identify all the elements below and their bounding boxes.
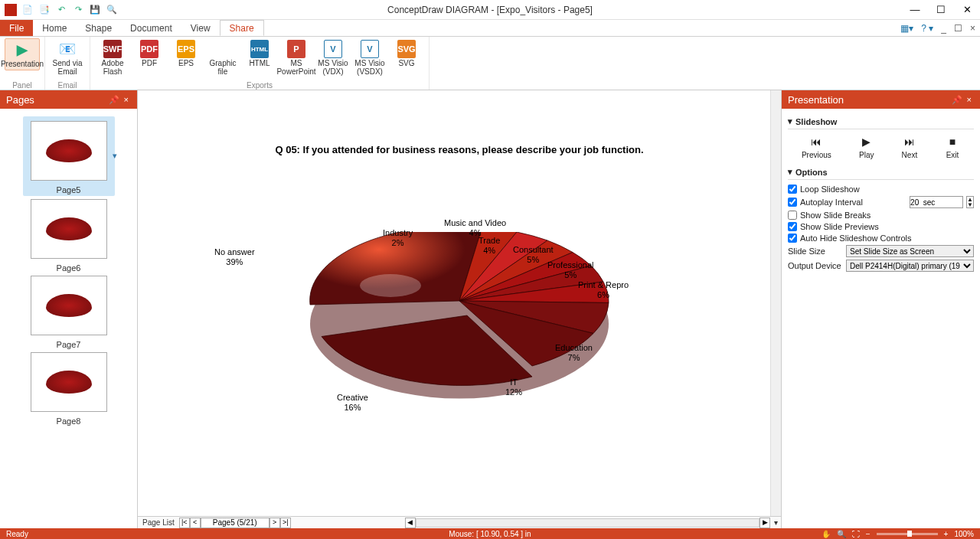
graphic-button[interactable]: 🖼Graphic file <box>205 38 240 77</box>
collapse-icon[interactable]: ▾ <box>788 116 792 126</box>
play-button[interactable]: ▶Play <box>859 134 874 159</box>
hscroll-left[interactable]: ◀ <box>405 518 416 528</box>
qat-preview-icon[interactable]: 🔍 <box>106 4 118 16</box>
output-device-select[interactable]: Dell P2414H(Digital) primary (19 <box>846 260 974 272</box>
qat-undo-icon[interactable]: ↶ <box>55 4 67 16</box>
previous-icon: ⏮ <box>808 134 824 149</box>
flash-button[interactable]: SWFAdobe Flash <box>95 38 130 77</box>
pie-label: Print & Repro6% <box>578 280 629 300</box>
breaks-checkbox[interactable] <box>788 211 797 220</box>
qat-save-icon[interactable]: 💾 <box>89 4 101 16</box>
page-last-button[interactable]: >| <box>280 518 291 528</box>
eps-button[interactable]: EPSEPS <box>168 38 204 77</box>
autoplay-value[interactable] <box>910 196 963 208</box>
vertical-scrollbar[interactable] <box>770 90 781 516</box>
pages-panel-title: Pages <box>6 94 34 106</box>
app-icon <box>5 4 17 16</box>
presentation-button[interactable]: ▶ Presentation <box>5 38 40 70</box>
page-current-input[interactable] <box>201 518 270 528</box>
tab-home[interactable]: Home <box>33 20 76 36</box>
pie-label: No answer39% <box>214 247 255 267</box>
html-button[interactable]: HTMLHTML <box>242 38 277 77</box>
svg-button[interactable]: SVGSVG <box>389 38 424 77</box>
pie-label: Education7% <box>555 343 593 363</box>
pie-label: Professional5% <box>547 260 594 280</box>
page-first-button[interactable]: |< <box>179 518 190 528</box>
ribbon-close-icon[interactable]: × <box>970 23 975 34</box>
ribbon-minimize-icon[interactable]: _ <box>941 23 946 34</box>
chevron-down-icon[interactable]: ▾ <box>113 151 117 161</box>
window-title: ConceptDraw DIAGRAM - [Expo_Visitors - P… <box>387 5 593 15</box>
pres-pin-icon[interactable]: 📌 <box>949 95 965 105</box>
group-panel-label: Panel <box>12 81 32 90</box>
zoom-value: 100% <box>954 530 974 538</box>
autohide-checkbox[interactable] <box>788 234 797 243</box>
tab-shape[interactable]: Shape <box>76 20 121 36</box>
spinner-icon[interactable]: ▲▼ <box>966 196 974 208</box>
ribbon-restore-icon[interactable]: ☐ <box>954 23 962 34</box>
send-email-button[interactable]: 📧 Send via Email <box>50 38 85 77</box>
tab-file[interactable]: File <box>0 20 33 36</box>
stop-icon: ■ <box>945 134 960 149</box>
maximize-button[interactable]: ☐ <box>928 1 954 19</box>
pie-label: Music and Video4% <box>444 218 506 238</box>
page-list-label: Page List <box>138 518 179 527</box>
group-email-label: Email <box>57 81 77 90</box>
svg-point-1 <box>360 274 421 297</box>
loop-checkbox[interactable] <box>788 185 797 194</box>
tab-share[interactable]: Share <box>220 20 264 36</box>
presentation-icon: ▶ <box>13 41 31 59</box>
qat-new-icon[interactable]: 📄 <box>21 4 34 16</box>
autoplay-checkbox[interactable] <box>788 198 797 207</box>
status-mouse: Mouse: [ 10.90, 0.54 ] in <box>449 530 531 538</box>
page-thumb-6[interactable]: Page6 <box>23 199 115 273</box>
page-thumb-8[interactable]: Page8 <box>23 352 115 426</box>
pie-chart: No answer39%Creative16%IT12%Education7%P… <box>245 201 674 431</box>
visio-vdx-button[interactable]: VMS Visio (VDX) <box>315 38 351 77</box>
page-thumb-5[interactable]: ▾ Page5 <box>23 116 115 196</box>
pie-label: Trade4% <box>479 236 500 256</box>
close-button[interactable]: ✕ <box>954 1 980 19</box>
image-icon: 🖼 <box>214 40 232 58</box>
qat-open-icon[interactable]: 📑 <box>38 4 51 16</box>
pie-label: IT12% <box>505 377 522 397</box>
fit-icon[interactable]: ⛶ <box>852 530 860 538</box>
hand-icon[interactable]: ✋ <box>822 530 831 538</box>
zoom-slider[interactable] <box>877 533 938 535</box>
slide-size-select[interactable]: Set Slide Size as Screen <box>846 245 974 257</box>
pdf-button[interactable]: PDFPDF <box>132 38 167 77</box>
next-icon: ⏭ <box>902 134 917 149</box>
pin-icon[interactable]: 📌 <box>106 95 122 105</box>
chart-title: Q 05: If you attended for business reaso… <box>199 144 720 155</box>
tab-document[interactable]: Document <box>121 20 181 36</box>
previous-button[interactable]: ⏮Previous <box>802 134 831 159</box>
visio-vsdx-button[interactable]: VMS Visio (VSDX) <box>352 38 387 77</box>
zoom-out-button[interactable]: − <box>866 530 871 538</box>
previews-checkbox[interactable] <box>788 222 797 231</box>
powerpoint-button[interactable]: PMS PowerPoint <box>279 38 314 77</box>
pie-label: Creative16% <box>337 393 368 413</box>
help-icon[interactable]: ? ▾ <box>921 23 933 34</box>
group-exports-label: Exports <box>247 81 273 90</box>
presentation-panel-title: Presentation <box>788 94 844 106</box>
next-button[interactable]: ⏭Next <box>902 134 918 159</box>
pie-label: Industry2% <box>383 228 413 248</box>
collapse-icon-2[interactable]: ▾ <box>788 167 792 177</box>
hscroll-right[interactable]: ▶ <box>760 518 770 528</box>
pres-close-icon[interactable]: × <box>965 95 974 104</box>
status-ready: Ready <box>6 530 28 538</box>
zoom-in-button[interactable]: + <box>944 530 949 538</box>
page-prev-button[interactable]: < <box>190 518 201 528</box>
email-icon: 📧 <box>58 40 77 58</box>
play-icon: ▶ <box>859 134 874 149</box>
zoom-icon[interactable]: 🔍 <box>837 530 846 538</box>
tab-view[interactable]: View <box>181 20 220 36</box>
close-panel-icon[interactable]: × <box>122 95 131 104</box>
qat-redo-icon[interactable]: ↷ <box>72 4 84 16</box>
pie-label: Consultant5% <box>513 245 554 265</box>
exit-button[interactable]: ■Exit <box>945 134 960 159</box>
page-next-button[interactable]: > <box>270 518 280 528</box>
minimize-button[interactable]: — <box>902 1 928 19</box>
library-icon[interactable]: ▦▾ <box>900 23 913 34</box>
page-thumb-7[interactable]: Page7 <box>23 276 115 349</box>
